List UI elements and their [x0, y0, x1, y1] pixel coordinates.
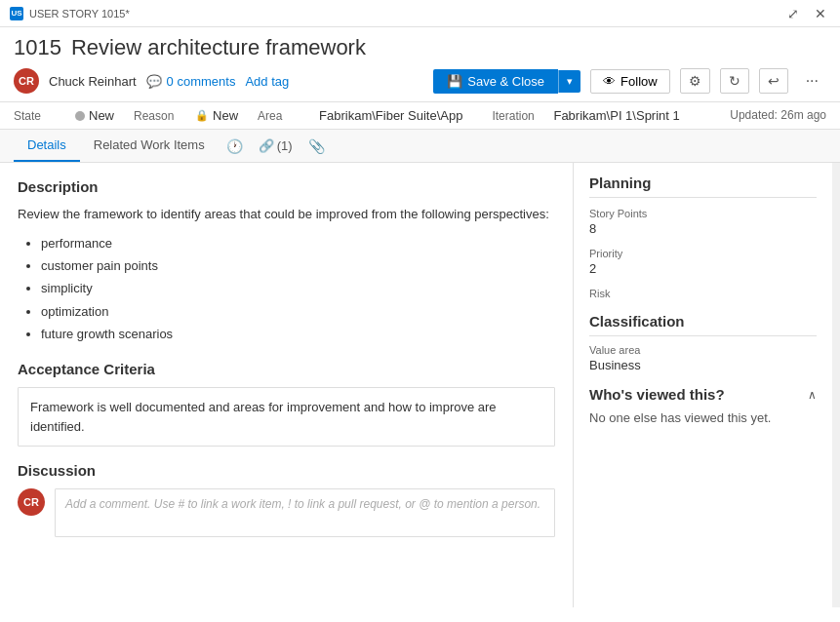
follow-button[interactable]: 👁 Follow: [590, 69, 670, 94]
state-value: New: [75, 108, 114, 123]
list-item: customer pain points: [41, 254, 555, 277]
story-points-value: 8: [589, 221, 817, 236]
priority-label: Priority: [589, 248, 817, 259]
expand-button[interactable]: ⤢: [783, 6, 803, 21]
more-button[interactable]: ···: [798, 68, 826, 94]
settings-button[interactable]: ⚙: [680, 68, 710, 94]
planning-title: Planning: [589, 175, 817, 198]
list-item: simplicity: [41, 277, 555, 299]
title-bar-right: ⤢ ✕: [783, 6, 830, 21]
lock-icon: 🔒: [195, 109, 209, 122]
description-section: Description Review the framework to iden…: [18, 178, 555, 345]
save-icon: 💾: [447, 74, 462, 89]
add-tag-button[interactable]: Add tag: [245, 74, 289, 89]
tab-details[interactable]: Details: [14, 130, 80, 162]
scroll-track: [832, 163, 840, 607]
toolbar-row: CR Chuck Reinhart 💬 0 comments Add tag 💾…: [14, 68, 826, 94]
list-item: performance: [41, 232, 555, 254]
undo-button[interactable]: ↩: [759, 68, 788, 94]
work-item-id: 1015: [14, 35, 61, 60]
updated-time: Updated: 26m ago: [730, 108, 826, 122]
header: 1015 Review architecture framework CR Ch…: [0, 27, 840, 102]
discussion-section: Discussion CR Add a comment. Use # to li…: [18, 462, 555, 537]
tab-related-work-items[interactable]: Related Work Items: [80, 130, 219, 162]
links-tab[interactable]: 🔗 (1): [251, 133, 300, 159]
save-close-button[interactable]: 💾 Save & Close: [433, 69, 558, 94]
description-text: Review the framework to identify areas t…: [18, 205, 555, 224]
priority-field: Priority 2: [589, 248, 817, 276]
left-panel: Description Review the framework to iden…: [0, 163, 574, 607]
acceptance-criteria-text: Framework is well documented and areas f…: [18, 387, 555, 447]
whos-viewed-title: Who's viewed this?: [589, 386, 725, 403]
description-title: Description: [18, 178, 555, 195]
save-close-dropdown-button[interactable]: ▾: [558, 70, 580, 93]
description-bullets: performance customer pain points simplic…: [18, 232, 555, 346]
links-count: (1): [277, 138, 293, 153]
classification-title: Classification: [589, 313, 817, 336]
refresh-button[interactable]: ↻: [720, 68, 749, 94]
user-story-icon: US: [10, 7, 23, 20]
priority-value: 2: [589, 261, 817, 276]
iteration-value: Fabrikam\PI 1\Sprint 1: [553, 108, 679, 123]
history-icon-button[interactable]: 🕐: [219, 133, 251, 160]
state-label: State: [14, 109, 67, 123]
acceptance-criteria-title: Acceptance Criteria: [18, 361, 555, 377]
comment-row: CR Add a comment. Use # to link a work i…: [18, 488, 555, 537]
area-label: Area: [258, 109, 311, 123]
state-field: State New: [14, 108, 114, 123]
reason-value: 🔒 New: [195, 108, 238, 123]
comment-placeholder: Add a comment. Use # to link a work item…: [65, 497, 540, 511]
close-button[interactable]: ✕: [811, 6, 830, 21]
work-item-title-row: 1015 Review architecture framework: [14, 35, 826, 60]
area-value: Fabrikam\Fiber Suite\App: [319, 108, 462, 123]
right-panel: Planning Story Points 8 Priority 2 Risk …: [574, 163, 832, 607]
area-field: Area Fabrikam\Fiber Suite\App: [258, 108, 462, 123]
state-dot: [75, 111, 85, 121]
title-bar: US USER STORY 1015* ⤢ ✕: [0, 0, 840, 27]
list-item: optimization: [41, 300, 555, 323]
comment-input[interactable]: Add a comment. Use # to link a work item…: [55, 488, 555, 537]
risk-field: Risk: [589, 288, 817, 299]
discussion-title: Discussion: [18, 462, 555, 479]
eye-icon: 👁: [603, 74, 616, 89]
value-area-value: Business: [589, 358, 817, 372]
fields-row: State New Reason 🔒 New Area Fabrikam\Fib…: [0, 102, 840, 130]
main-content: Description Review the framework to iden…: [0, 163, 840, 607]
acceptance-criteria-section: Acceptance Criteria Framework is well do…: [18, 361, 555, 447]
value-area-field: Value area Business: [589, 344, 817, 372]
author-name: Chuck Reinhart: [49, 74, 137, 89]
iteration-label: Iteration: [492, 109, 545, 123]
whos-viewed-text: No one else has viewed this yet.: [589, 410, 817, 425]
iteration-field: Iteration Fabrikam\PI 1\Sprint 1: [492, 108, 679, 123]
whos-viewed-header[interactable]: Who's viewed this? ∧: [589, 386, 817, 403]
tabs-bar: Details Related Work Items 🕐 🔗 (1) 📎: [0, 130, 840, 163]
chevron-up-icon: ∧: [808, 388, 817, 402]
reason-label: Reason: [134, 109, 187, 123]
work-item-title: Review architecture framework: [71, 35, 366, 60]
area-iteration-group: Area Fabrikam\Fiber Suite\App Iteration …: [258, 108, 680, 123]
list-item: future growth scenarios: [41, 323, 555, 345]
comments-button[interactable]: 💬 0 comments: [146, 74, 236, 89]
story-points-label: Story Points: [589, 208, 817, 219]
risk-label: Risk: [589, 288, 817, 299]
link-icon: 🔗: [259, 138, 274, 153]
title-bar-left: US USER STORY 1015*: [10, 7, 130, 20]
story-points-field: Story Points 8: [589, 208, 817, 236]
commenter-avatar: CR: [18, 488, 45, 516]
attach-icon-button[interactable]: 📎: [300, 133, 333, 160]
author-avatar: CR: [14, 68, 39, 94]
title-bar-label: USER STORY 1015*: [29, 8, 130, 19]
comments-count: 0 comments: [167, 74, 236, 89]
save-close-group: 💾 Save & Close ▾: [433, 69, 580, 94]
value-area-label: Value area: [589, 344, 817, 356]
reason-field: Reason 🔒 New: [134, 108, 238, 123]
comments-icon: 💬: [146, 74, 162, 89]
